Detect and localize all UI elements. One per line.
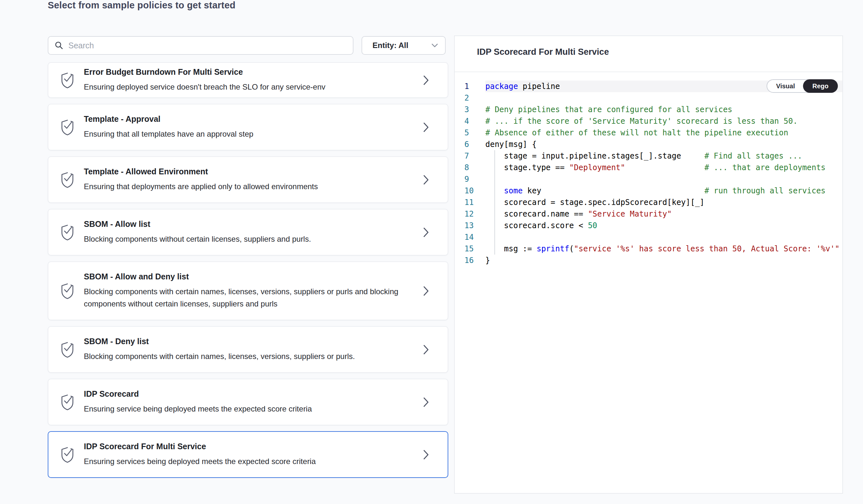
policy-description: Ensuring service being deployed meets th… [84, 403, 400, 415]
chevron-right-icon [423, 122, 429, 132]
policy-description: Blocking components with certain names, … [84, 350, 400, 363]
policy-title: Template - Allowed Environment [84, 167, 418, 176]
line-content [485, 231, 842, 243]
chevron-down-icon [432, 43, 438, 48]
toggle-rego-button[interactable]: Rego [803, 79, 838, 93]
code-line: 16 } [455, 255, 842, 266]
policy-description: Ensuring that deployments are applied on… [84, 180, 400, 193]
code-line: 6 deny[msg] { [455, 139, 842, 150]
line-number: 10 [455, 185, 485, 197]
line-content: scorecard.name == "Service Maturity" [485, 208, 842, 220]
chevron-right-icon [423, 397, 429, 407]
line-content: scorecard = stage.spec.idpScorecard[key]… [485, 197, 842, 208]
policy-card[interactable]: IDP Scorecard For Multi Service Ensuring… [48, 431, 448, 478]
line-content: scorecard.score < 50 [485, 220, 842, 231]
policy-card[interactable]: SBOM - Deny list Blocking components wit… [48, 326, 448, 373]
line-number: 8 [455, 162, 485, 173]
line-content: } [485, 255, 842, 266]
line-number: 2 [455, 92, 485, 104]
search-box[interactable] [48, 36, 353, 55]
rego-code-editor[interactable]: 1 package pipeline 2 3 # Deny pipelines … [455, 72, 842, 493]
line-content: some key # run through all services [485, 185, 842, 197]
policy-title: IDP Scorecard For Multi Service [84, 441, 418, 451]
line-content: # Absence of either of these will not ha… [485, 127, 842, 139]
policy-card[interactable]: Error Budget Burndown For Multi Service … [48, 62, 448, 98]
policy-card[interactable]: Template - Allowed Environment Ensuring … [48, 156, 448, 203]
policy-description: Blocking components with certain names, … [84, 285, 400, 310]
line-number: 1 [455, 80, 485, 92]
code-line: 3 # Deny pipelines that are configured f… [455, 104, 842, 115]
line-content: stage = input.pipeline.stages[_].stage #… [485, 150, 842, 162]
code-line: 4 # ... if the score of 'Service Maturit… [455, 115, 842, 127]
code-line: 11 scorecard = stage.spec.idpScorecard[k… [455, 197, 842, 208]
policy-preview-panel: IDP Scorecard For Multi Service 1 packag… [454, 36, 843, 494]
code-line: 9 [455, 173, 842, 185]
policy-shield-check-icon [60, 446, 75, 463]
line-content: deny[msg] { [485, 139, 842, 150]
preview-title: IDP Scorecard For Multi Service [477, 47, 609, 57]
code-line: 7 stage = input.pipeline.stages[_].stage… [455, 150, 842, 162]
line-number: 14 [455, 231, 485, 243]
policy-title: SBOM - Allow list [84, 219, 418, 229]
line-number: 11 [455, 197, 485, 208]
code-line: 12 scorecard.name == "Service Maturity" [455, 208, 842, 220]
policy-description: Blocking components without certain lice… [84, 233, 400, 245]
policy-shield-check-icon [60, 171, 75, 189]
line-number: 7 [455, 150, 485, 162]
chevron-right-icon [423, 228, 429, 237]
indent-guide [495, 150, 495, 255]
entity-filter-label: Entity: All [373, 41, 432, 50]
code-line: 13 scorecard.score < 50 [455, 220, 842, 231]
policy-shield-check-icon [60, 393, 75, 411]
chevron-right-icon [423, 345, 429, 354]
chevron-right-icon [423, 75, 429, 85]
line-content: # Deny pipelines that are configured for… [485, 104, 842, 115]
line-content [485, 173, 842, 185]
policy-shield-check-icon [60, 341, 75, 358]
line-number: 16 [455, 255, 485, 266]
line-content [485, 92, 842, 104]
line-number: 15 [455, 243, 485, 255]
policy-card[interactable]: SBOM - Allow list Blocking components wi… [48, 209, 448, 256]
line-content: stage.type == "Deployment" # ... that ar… [485, 162, 842, 173]
policy-description: Ensuring services being deployed meets t… [84, 455, 400, 468]
page-title: Select from sample policies to get start… [48, 0, 235, 12]
policy-shield-check-icon [60, 119, 75, 136]
policy-title: Template - Approval [84, 114, 418, 124]
policy-card[interactable]: Template - Approval Ensuring that all te… [48, 104, 448, 151]
code-line: 10 some key # run through all services [455, 185, 842, 197]
chevron-right-icon [423, 175, 429, 185]
line-number: 6 [455, 139, 485, 150]
line-number: 12 [455, 208, 485, 220]
policy-list: Error Budget Burndown For Multi Service … [48, 62, 448, 484]
search-input[interactable] [68, 36, 353, 54]
chevron-right-icon [423, 286, 429, 296]
policy-card[interactable]: SBOM - Allow and Deny list Blocking comp… [48, 261, 448, 320]
line-number: 13 [455, 220, 485, 231]
code-line: 5 # Absence of either of these will not … [455, 127, 842, 139]
toggle-visual-button[interactable]: Visual [767, 79, 804, 93]
policy-description: Ensuring deployed service doesn't breach… [84, 81, 400, 93]
policy-shield-check-icon [60, 224, 75, 241]
policy-shield-check-icon [60, 72, 75, 89]
line-content: msg := sprintf("service '%s' has score l… [485, 243, 842, 255]
policy-title: SBOM - Allow and Deny list [84, 272, 418, 281]
line-number: 9 [455, 173, 485, 185]
entity-filter-dropdown[interactable]: Entity: All [362, 36, 446, 55]
line-content: # ... if the score of 'Service Maturity'… [485, 115, 842, 127]
policy-card[interactable]: IDP Scorecard Ensuring service being dep… [48, 379, 448, 425]
policy-shield-check-icon [60, 282, 75, 300]
chevron-right-icon [423, 450, 429, 460]
line-number: 5 [455, 127, 485, 139]
line-number: 4 [455, 115, 485, 127]
sample-policies-page: Select from sample policies to get start… [0, 0, 863, 504]
line-number: 3 [455, 104, 485, 115]
code-line: 2 [455, 92, 842, 104]
policy-description: Ensuring that all templates have an appr… [84, 128, 400, 140]
policy-title: SBOM - Deny list [84, 336, 418, 346]
search-icon [55, 41, 63, 50]
policy-title: Error Budget Burndown For Multi Service [84, 67, 418, 77]
visual-rego-toggle[interactable]: Visual Rego [766, 79, 838, 93]
code-line: 14 [455, 231, 842, 243]
code-line: 15 msg := sprintf("service '%s' has scor… [455, 243, 842, 255]
